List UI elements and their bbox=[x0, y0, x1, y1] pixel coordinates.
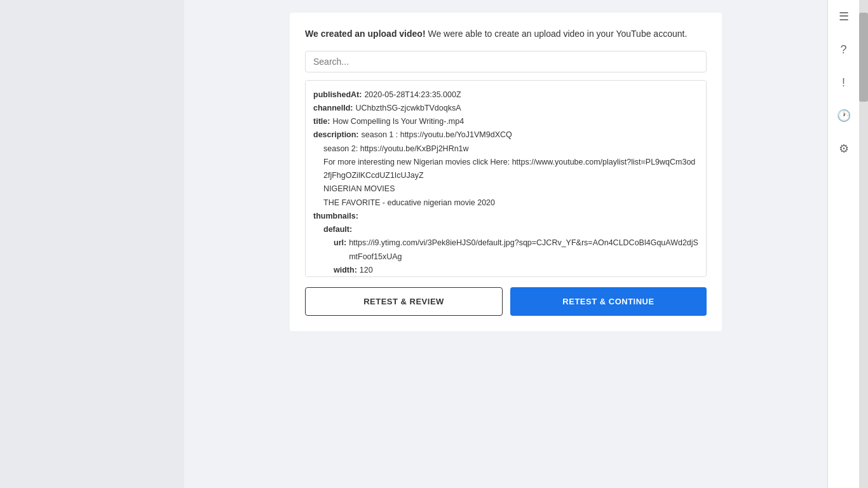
description-line2: season 2: https://youtu.be/KxBPj2HRn1w bbox=[323, 142, 469, 156]
description-line3: For more interesting new Nigerian movies… bbox=[323, 156, 698, 183]
description-line3-row: For more interesting new Nigerian movies… bbox=[323, 156, 698, 183]
data-display[interactable]: publishedAt: 2020-05-28T14:23:35.000Z ch… bbox=[305, 80, 707, 277]
description-line5: THE FAVORITE - educative nigerian movie … bbox=[323, 196, 495, 210]
description-line1: season 1 : https://youtu.be/YoJ1VM9dXCQ bbox=[362, 128, 512, 142]
description-line5-row: THE FAVORITE - educative nigerian movie … bbox=[323, 196, 698, 210]
title-value: How Compelling Is Your Writing-.mp4 bbox=[332, 115, 464, 128]
retest-review-button[interactable]: RETEST & REVIEW bbox=[305, 287, 503, 316]
left-sidebar bbox=[0, 0, 184, 488]
channel-id-row: channelId: UChbzthSG-zjcwkbTVdoqksA bbox=[313, 102, 698, 115]
retest-continue-button[interactable]: RETEST & CONTINUE bbox=[510, 287, 707, 316]
url-row: url: https://i9.ytimg.com/vi/3Pek8ieHJS0… bbox=[334, 236, 698, 264]
url-value: https://i9.ytimg.com/vi/3Pek8ieHJS0/defa… bbox=[349, 236, 698, 264]
help-icon[interactable]: ? bbox=[834, 39, 854, 60]
alert-icon[interactable]: ! bbox=[834, 72, 854, 93]
description-line4: NIGERIAN MOVIES bbox=[323, 182, 395, 196]
settings-icon[interactable]: ⚙ bbox=[834, 139, 854, 159]
default-row: default: bbox=[323, 223, 698, 236]
width-row: width: 120 bbox=[334, 264, 698, 277]
description-line4-row: NIGERIAN MOVIES bbox=[323, 182, 698, 196]
thumbnails-row: thumbnails: bbox=[313, 210, 698, 223]
search-input[interactable] bbox=[305, 51, 707, 72]
description-line2-row: season 2: https://youtu.be/KxBPj2HRn1w bbox=[323, 142, 698, 156]
success-message: We created an upload video! We were able… bbox=[305, 28, 707, 41]
title-row: title: How Compelling Is Your Writing-.m… bbox=[313, 115, 698, 128]
button-row: RETEST & REVIEW RETEST & CONTINUE bbox=[305, 287, 707, 316]
page-scrollbar[interactable] bbox=[859, 0, 868, 488]
width-key: width: bbox=[334, 264, 357, 277]
channel-id-value: UChbzthSG-zjcwkbTVdoqksA bbox=[356, 102, 461, 115]
url-key: url: bbox=[334, 236, 346, 264]
success-prefix: We created an upload video! bbox=[305, 29, 426, 39]
default-key: default: bbox=[323, 223, 352, 236]
main-content: We created an upload video! We were able… bbox=[184, 0, 827, 488]
title-key: title: bbox=[313, 115, 330, 128]
published-at-value: 2020-05-28T14:23:35.000Z bbox=[364, 88, 461, 102]
clock-icon[interactable]: 🕐 bbox=[834, 105, 854, 126]
description-key: description: bbox=[313, 128, 359, 142]
published-at-key: publishedAt: bbox=[313, 88, 362, 102]
published-at-row: publishedAt: 2020-05-28T14:23:35.000Z bbox=[313, 88, 698, 102]
channel-id-key: channelId: bbox=[313, 102, 353, 115]
success-text: We were able to create an upload video i… bbox=[428, 29, 687, 39]
width-value: 120 bbox=[360, 264, 373, 277]
menu-icon[interactable]: ☰ bbox=[834, 6, 854, 27]
right-sidebar: ☰ ? ! 🕐 ⚙ bbox=[827, 0, 859, 488]
page-scrollbar-thumb bbox=[859, 13, 868, 102]
card: We created an upload video! We were able… bbox=[290, 13, 722, 331]
thumbnails-key: thumbnails: bbox=[313, 210, 358, 223]
description-row: description: season 1 : https://youtu.be… bbox=[313, 128, 698, 142]
